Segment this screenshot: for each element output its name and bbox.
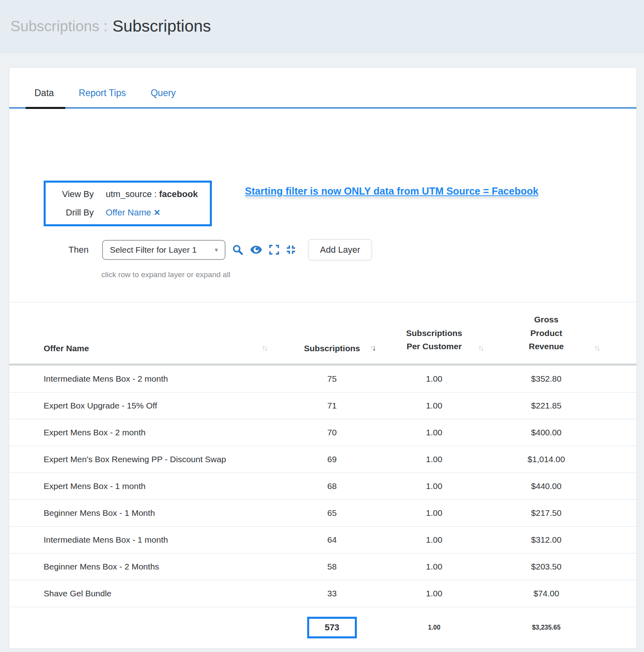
sort-icon-offer-name[interactable]: ↑↓ [262,344,266,352]
tab-bar: Data Report Tips Query [9,68,636,109]
total-subscriptions-highlight: 573 [307,617,357,638]
column-subscriptions[interactable]: Subscriptions ↑↓ [284,313,380,364]
table-row[interactable]: Intermediate Mens Box - 1 month 64 1.00 … [9,526,636,553]
view-by-label: View By [55,189,94,199]
drill-by-label: Drill By [55,207,94,218]
remove-drill-icon[interactable]: ✕ [153,208,161,217]
page-title: Subscriptions [113,17,211,36]
table-totals-row: 573 1.00 $3,235.65 [9,607,636,648]
table-row[interactable]: Expert Box Upgrade - 15% Off 71 1.00 $22… [9,392,636,419]
view-by-value[interactable]: utm_source : facebook [106,189,198,199]
tab-query[interactable]: Query [151,88,176,107]
table-row[interactable]: Beginner Mens Box - 1 Month 65 1.00 $217… [9,499,636,526]
table-row[interactable]: Intermediate Mens Box - 2 month 75 1.00 … [9,365,636,392]
expand-hint: click row to expand layer or expand all [101,270,230,279]
table-row[interactable]: Shave Gel Bundle 33 1.00 $74.00 [9,580,636,607]
report-card: Data Report Tips Query View By utm_sourc… [9,67,637,649]
eye-icon[interactable] [250,245,262,254]
sort-icon-revenue[interactable]: ↑↓ [594,344,599,352]
breadcrumb: Subscriptions : [10,18,108,35]
expand-icon[interactable] [269,245,279,255]
filter-section: View By utm_source : facebook Drill By O… [9,109,636,302]
table-row[interactable]: Expert Mens Box - 1 month 68 1.00 $440.0… [9,473,636,499]
then-label: Then [68,245,89,255]
layer-filter-select-value: Select Filter for Layer 1 [110,245,197,255]
view-by-row: View By utm_source : facebook [55,189,210,199]
column-subscriptions-per-customer[interactable]: Subscriptions Per Customer ↑↓ [380,313,488,364]
total-revenue: $3,235.65 [488,607,604,648]
table-row[interactable]: Expert Mens Box - 2 month 70 1.00 $400.0… [9,419,636,446]
page-header: Subscriptions : Subscriptions [0,0,644,53]
table-row[interactable]: Expert Men's Box Renewing PP - Discount … [9,446,636,473]
collapse-icon[interactable] [286,245,296,255]
total-per-customer: 1.00 [380,607,488,648]
column-offer-name[interactable]: Offer Name ↑↓ [44,313,284,364]
tab-report-tips[interactable]: Report Tips [79,88,126,107]
table-header-row: Offer Name ↑↓ Subscriptions ↑↓ Subscript… [9,302,636,364]
annotation-top: Starting filter is now ONLY data from UT… [233,185,550,197]
chevron-down-icon: ▼ [213,247,219,253]
column-gross-product-revenue[interactable]: Gross Product Revenue ↑↓ [488,313,604,364]
search-icon[interactable] [232,244,243,255]
sort-icon-per-customer[interactable]: ↑↓ [478,344,483,352]
tab-data[interactable]: Data [34,88,54,107]
view-by-highlight-box: View By utm_source : facebook Drill By O… [44,181,212,226]
then-row: Then Select Filter for Layer 1 ▼ Add Lay… [68,239,372,260]
drill-by-row: Drill By Offer Name✕ [55,207,210,218]
layer-filter-select[interactable]: Select Filter for Layer 1 ▼ [102,240,225,260]
add-layer-button[interactable]: Add Layer [308,239,372,260]
sort-icon-subscriptions[interactable]: ↑↓ [370,344,374,352]
table-row[interactable]: Beginner Mens Box - 2 Months 58 1.00 $20… [9,553,636,580]
drill-by-value-link[interactable]: Offer Name✕ [106,207,161,218]
